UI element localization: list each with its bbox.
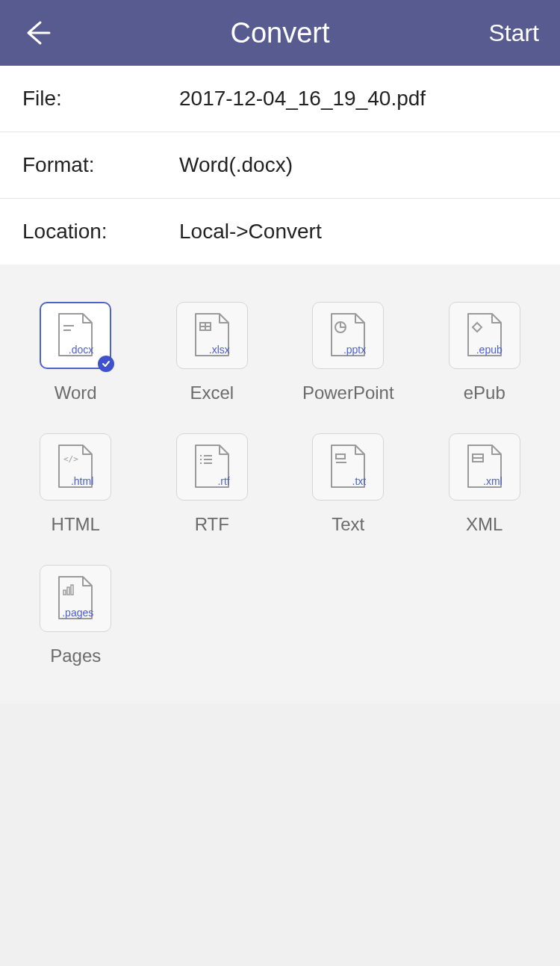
document-icon: .pptx	[327, 312, 369, 359]
format-tile: </> .html	[40, 433, 111, 501]
svg-rect-19	[71, 585, 73, 595]
document-icon: .epub	[464, 312, 505, 359]
format-extension: .rtf	[217, 475, 229, 487]
back-button[interactable]	[21, 16, 54, 49]
selected-check-icon	[98, 356, 114, 372]
file-label: File:	[22, 87, 179, 111]
format-extension: .html	[71, 475, 93, 487]
format-extension: .xml	[483, 475, 503, 487]
document-icon: </> .html	[55, 444, 96, 490]
document-icon: .rtf	[191, 444, 233, 490]
format-option-xml[interactable]: .xmlXML	[444, 433, 526, 535]
start-button[interactable]: Start	[488, 19, 539, 47]
format-tile: .xlsx	[176, 302, 248, 369]
file-value: 2017-12-04_16_19_40.pdf	[179, 87, 538, 111]
format-tile: .pptx	[312, 302, 384, 369]
svg-rect-13	[336, 454, 345, 459]
back-arrow-icon	[22, 18, 52, 48]
format-option-excel[interactable]: .xlsxExcel	[171, 302, 253, 403]
document-icon: .docx	[55, 312, 96, 359]
format-tile: .docx	[40, 302, 111, 369]
format-extension: .pages	[62, 607, 93, 619]
format-extension: .xlsx	[209, 344, 230, 356]
header-bar: Convert Start	[0, 0, 560, 66]
format-label: Pages	[50, 645, 101, 666]
format-label: Excel	[190, 383, 234, 403]
document-icon: .pages	[55, 575, 96, 622]
format-extension: .txt	[352, 475, 367, 487]
svg-text:</>: </>	[63, 454, 78, 464]
format-label: HTML	[52, 514, 100, 535]
format-option-word[interactable]: .docxWord	[34, 302, 116, 403]
format-grid: .docxWord .xlsxExcel .pptxPowerPoint .ep…	[30, 302, 530, 666]
format-option-text[interactable]: .txtText	[307, 433, 389, 535]
format-option-rtf[interactable]: .rtfRTF	[171, 433, 253, 535]
format-label: RTF	[195, 514, 229, 535]
format-tile: .xml	[449, 433, 520, 501]
format-label: Word	[55, 383, 97, 403]
document-icon: .xml	[464, 444, 505, 490]
format-option-pages[interactable]: .pagesPages	[34, 565, 116, 666]
format-value: Word(.docx)	[179, 153, 538, 177]
format-tile: .rtf	[176, 433, 248, 501]
format-label: XML	[466, 514, 503, 535]
format-tile: .pages	[40, 565, 111, 632]
document-icon: .xlsx	[191, 312, 233, 359]
format-option-powerpoint[interactable]: .pptxPowerPoint	[307, 302, 389, 403]
format-grid-area: .docxWord .xlsxExcel .pptxPowerPoint .ep…	[0, 264, 560, 704]
svg-rect-17	[63, 590, 66, 595]
format-extension: .pptx	[343, 344, 366, 356]
format-tile: .txt	[312, 433, 384, 501]
format-label: Text	[332, 514, 364, 535]
location-value: Local->Convert	[179, 220, 538, 244]
format-option-html[interactable]: </> .htmlHTML	[34, 433, 116, 535]
info-row-format: Format: Word(.docx)	[0, 132, 560, 199]
location-label: Location:	[22, 220, 179, 244]
format-label: Format:	[22, 153, 179, 177]
info-section: File: 2017-12-04_16_19_40.pdf Format: Wo…	[0, 66, 560, 264]
info-row-location: Location: Local->Convert	[0, 199, 560, 264]
format-label: PowerPoint	[302, 383, 394, 403]
format-extension: .docx	[69, 344, 93, 356]
info-row-file: File: 2017-12-04_16_19_40.pdf	[0, 66, 560, 132]
format-extension: .epub	[476, 344, 503, 356]
document-icon: .txt	[327, 444, 369, 490]
format-tile: .epub	[449, 302, 520, 369]
format-label: ePub	[464, 383, 505, 403]
svg-rect-18	[67, 587, 69, 595]
page-title: Convert	[0, 17, 560, 49]
format-option-epub[interactable]: .epubePub	[444, 302, 526, 403]
